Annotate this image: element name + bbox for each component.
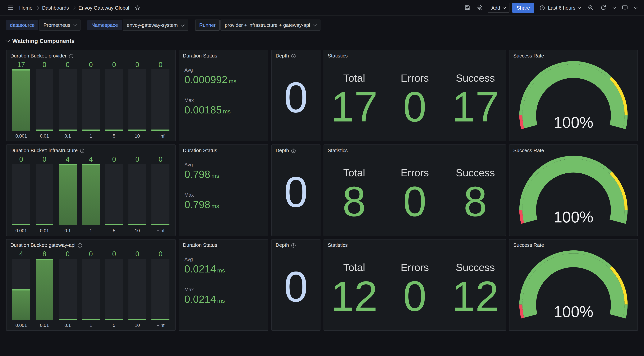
bucket-bar-track <box>82 69 100 131</box>
time-range-label: Last 6 hours <box>548 5 576 10</box>
bucket-axis-label: 10 <box>135 320 140 328</box>
bucket-axis-label: 5 <box>113 225 116 233</box>
var-value-namespace[interactable]: envoy-gateway-system <box>123 20 188 31</box>
panel-title[interactable]: Statistics <box>328 148 348 153</box>
monitor-icon <box>622 4 628 11</box>
stat-header: Errors <box>401 167 429 179</box>
panel-header: Statistics <box>324 240 506 249</box>
stat-value: 0 <box>403 278 426 314</box>
panel-title[interactable]: Duration Status <box>183 148 217 153</box>
info-icon[interactable] <box>291 243 296 248</box>
row-header-watching-components[interactable]: Watching Components <box>6 36 638 45</box>
info-icon[interactable] <box>80 148 84 153</box>
menu-hamburger-icon[interactable] <box>5 3 15 13</box>
bucket-bar-track <box>128 164 146 225</box>
bucket-bar-track <box>128 259 146 320</box>
var-value-datasource[interactable]: Prometheus <box>39 20 81 31</box>
zoom-out-button[interactable] <box>586 3 596 13</box>
add-button[interactable]: Add <box>488 3 509 13</box>
info-icon[interactable] <box>291 54 296 58</box>
success-rate-gauge: 100% <box>510 60 638 141</box>
stat-value: 17 <box>452 89 499 125</box>
chevron-down-icon <box>181 22 184 26</box>
bucket-axis-label: 0.01 <box>40 225 49 233</box>
variable-bar: datasource Prometheus Namespace envoy-ga… <box>0 16 644 32</box>
panel-title[interactable]: Duration Bucket: gateway-api <box>10 242 76 248</box>
max-value: 0.00185ms <box>184 104 262 116</box>
dashboard-settings-button[interactable] <box>475 3 485 13</box>
bucket-bar-track <box>12 164 30 225</box>
refresh-button[interactable] <box>598 3 608 13</box>
info-icon[interactable] <box>78 243 82 248</box>
info-icon[interactable] <box>291 148 296 153</box>
collapse-nav-button[interactable] <box>632 3 639 13</box>
bucket-axis-label: 5 <box>113 131 116 139</box>
bucket-value-label: 0 <box>66 60 70 69</box>
save-dashboard-button[interactable] <box>462 3 472 13</box>
unit-ms: ms <box>217 297 225 304</box>
panel-title[interactable]: Depth <box>276 53 289 59</box>
panel-title[interactable]: Success Rate <box>513 242 544 248</box>
bucket-bar-column: 41 <box>79 155 102 233</box>
bucket-bar-track <box>12 259 30 320</box>
var-value-runner[interactable]: provider + infrastructure + gateway-api <box>220 20 320 31</box>
panel-title[interactable]: Statistics <box>328 242 348 248</box>
bucket-bar-column: 01 <box>79 250 102 328</box>
stat-errors: Errors 0 <box>384 60 445 141</box>
panel-title[interactable]: Duration Status <box>183 242 217 248</box>
panel-title[interactable]: Depth <box>276 242 289 248</box>
info-icon[interactable] <box>68 54 74 58</box>
panel-title[interactable]: Success Rate <box>513 53 544 59</box>
max-label: Max <box>184 192 262 198</box>
bucket-bar-column: 05 <box>102 155 126 233</box>
share-button[interactable]: Share <box>512 3 534 13</box>
bucket-bar-track <box>12 69 30 131</box>
panel-duration-status: Duration Status Avg 0.0214ms Max 0.0214m… <box>179 239 268 331</box>
stat-errors: Errors 0 <box>384 154 445 236</box>
panel-header: Depth <box>272 240 320 249</box>
panel-title[interactable]: Duration Status <box>183 53 217 59</box>
depth-value: 0 <box>272 249 320 330</box>
depth-value: 0 <box>272 60 320 141</box>
bucket-axis-label: +Inf <box>156 225 164 233</box>
panel-title[interactable]: Statistics <box>328 53 348 59</box>
tv-kiosk-button[interactable] <box>620 3 630 13</box>
panel-title[interactable]: Success Rate <box>513 148 544 153</box>
panel-success-rate: Success Rate 100% <box>509 144 638 236</box>
panel-header: Success Rate <box>510 50 638 60</box>
stat-header: Success <box>456 72 495 84</box>
bucket-bar-column: 40.1 <box>56 155 79 233</box>
bucket-bar-fill <box>128 224 146 225</box>
panel-header: Duration Status <box>179 50 268 60</box>
panel-header: Duration Status <box>179 145 268 154</box>
panel-title[interactable]: Duration Bucket: infrastructure <box>10 148 78 153</box>
bucket-value-label: 0 <box>112 60 116 69</box>
unit-ms: ms <box>212 172 219 179</box>
star-favorite-button[interactable] <box>133 4 142 12</box>
duration-bucket-chart: 00.00100.0140.141050100+Inf <box>6 154 175 236</box>
var-label-datasource[interactable]: datasource <box>6 20 38 30</box>
var-label-namespace[interactable]: Namespace <box>88 20 122 30</box>
success-rate-gauge: 100% <box>510 154 638 236</box>
panel-header: Success Rate <box>510 145 638 154</box>
stat-header: Success <box>456 262 495 274</box>
bucket-bar-track <box>105 259 123 320</box>
time-range-picker[interactable]: Last 6 hours <box>537 3 583 13</box>
var-label-runner[interactable]: Runner <box>195 20 220 31</box>
bucket-bar-column: 0+Inf <box>149 155 172 233</box>
stat-value: 8 <box>464 184 487 220</box>
bucket-value-label: 4 <box>66 155 70 164</box>
bucket-bar-track <box>59 259 76 320</box>
var-value-label: Prometheus <box>44 22 70 28</box>
breadcrumb-dashboards[interactable]: Dashboards <box>42 5 69 10</box>
panel-title[interactable]: Duration Bucket: provider <box>10 53 66 59</box>
panel-statistics: Statistics Total 8 Errors 0 Success 8 <box>324 144 506 236</box>
bucket-bar-track <box>36 164 53 225</box>
panel-title[interactable]: Depth <box>276 148 289 153</box>
breadcrumb-home[interactable]: Home <box>19 5 32 10</box>
refresh-interval-dropdown[interactable] <box>611 3 617 13</box>
bucket-axis-label: 0.01 <box>40 320 49 328</box>
top-nav: Home Dashboards Envoy Gateway Global Add… <box>0 0 644 16</box>
bucket-axis-label: 10 <box>135 225 140 233</box>
unit-ms: ms <box>217 267 225 274</box>
